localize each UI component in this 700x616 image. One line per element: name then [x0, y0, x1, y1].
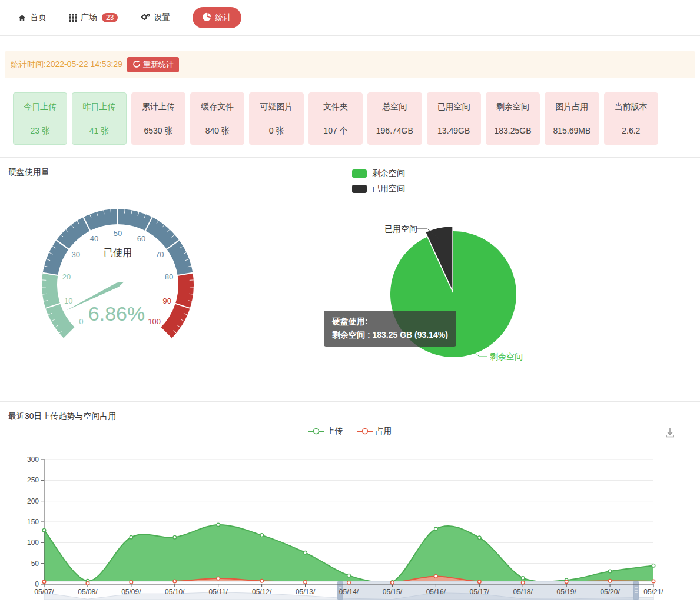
stat-card-value: 41 张 [72, 126, 125, 136]
refresh-icon [132, 60, 141, 70]
stat-card-value: 840 张 [191, 126, 244, 136]
x-axis-label: 05/07/ [34, 588, 54, 596]
stat-card-title: 今日上传 [14, 102, 67, 112]
stat-card-title: 文件夹 [309, 102, 362, 112]
trend-legend: 上传占用 [308, 426, 392, 437]
stat-card-title: 可疑图片 [250, 102, 303, 112]
stat-card-value: 196.74GB [368, 126, 421, 135]
stat-card: 可疑图片0 张 [249, 92, 303, 145]
pie-legend-item[interactable]: 剩余空间 [352, 168, 405, 179]
stat-card: 已用空间13.49GB [427, 92, 481, 145]
gauge-tick-label: 40 [90, 234, 98, 243]
gauge-tick-label: 80 [165, 272, 173, 281]
gauge-tick-label: 30 [72, 250, 80, 259]
y-axis-label: 0 [35, 580, 39, 588]
stat-card-value: 6530 张 [132, 126, 185, 136]
trend-section: 最近30日上传趋势与空间占用 上传占用 05010015020025030005… [0, 401, 700, 616]
stat-card-value: 0 张 [250, 126, 303, 136]
legend-label: 占用 [376, 426, 392, 437]
stat-card-divider [378, 119, 411, 119]
plaza-count-badge: 23 [102, 13, 118, 22]
y-axis-label: 250 [27, 476, 39, 484]
stat-card-title: 当前版本 [605, 102, 658, 112]
y-axis-label: 100 [27, 538, 39, 547]
pie-legend: 剩余空间已用空间 [352, 168, 405, 194]
stat-card: 总空间196.74GB [367, 92, 422, 145]
x-axis-label: 05/11/ [208, 588, 228, 596]
pie-tooltip: 硬盘使用: 剩余空间 : 183.25 GB (93.14%) [324, 311, 456, 347]
download-image-button[interactable] [663, 427, 676, 442]
pie-chart-icon [203, 12, 211, 23]
pie-label-used: 已用空间 [384, 224, 417, 234]
nav-item-stats-active[interactable]: 统计 [193, 7, 241, 28]
stat-card-title: 已用空间 [427, 102, 480, 112]
legend-label: 上传 [327, 426, 343, 437]
stat-card: 图片占用815.69MB [545, 92, 599, 145]
legend-swatch [352, 185, 367, 193]
legend-marker [308, 428, 324, 435]
top-navbar: 首页 广场 23 设置 统计 [0, 0, 700, 36]
stat-card-divider [260, 119, 293, 119]
stat-card-value: 2.6.2 [605, 126, 658, 135]
tooltip-value: 剩余空间 : 183.25 GB (93.14%) [332, 328, 448, 342]
legend-marker [357, 428, 373, 435]
pie-legend-item[interactable]: 已用空间 [352, 184, 405, 194]
disk-gauge-chart[interactable]: 0102030405060708090100已使用6.86% [32, 200, 209, 347]
x-axis-label: 05/19/ [556, 588, 576, 596]
gauge-tick-label: 20 [62, 272, 71, 281]
stat-card: 文件夹107 个 [308, 92, 363, 145]
stat-card-title: 剩余空间 [486, 102, 539, 112]
x-axis-label: 05/10/ [165, 588, 185, 596]
gauge-tick-label: 100 [148, 317, 161, 326]
download-icon [663, 431, 676, 441]
stat-card-value: 23 张 [14, 126, 67, 136]
x-axis-label: 05/20/ [600, 588, 620, 596]
disk-usage-section: 硬盘使用量 0102030405060708090100已使用6.86% 剩余空… [0, 157, 700, 401]
gauge-tick-label: 90 [162, 297, 171, 305]
x-axis-label: 05/18/ [513, 588, 533, 596]
stat-card-title: 累计上传 [132, 102, 185, 112]
stat-card-value: 107 个 [309, 126, 362, 136]
nav-item-home[interactable]: 首页 [18, 12, 47, 23]
grid-icon [69, 14, 77, 22]
stat-card-title: 缓存文件 [191, 102, 244, 112]
stat-card-divider [496, 119, 529, 119]
stat-card-value: 13.49GB [427, 126, 480, 135]
gauge-tick-label: 0 [79, 317, 83, 326]
x-axis-label: 05/15/ [383, 588, 403, 596]
x-axis-label: 05/14/ [339, 588, 359, 596]
x-axis-label: 05/21/ [643, 588, 663, 596]
stats-time-alert: 统计时间:2022-05-22 14:53:29 重新统计 [5, 51, 695, 78]
nav-item-plaza[interactable]: 广场 23 [69, 12, 118, 23]
y-axis-label: 300 [27, 455, 39, 464]
trend-legend-item[interactable]: 上传 [308, 426, 343, 437]
x-axis-label: 05/09/ [121, 588, 141, 596]
y-axis-label: 200 [27, 497, 39, 505]
trend-section-title: 最近30日上传趋势与空间占用 [8, 411, 117, 422]
x-axis-label: 05/16/ [426, 588, 446, 596]
gauge-tick-label: 70 [155, 250, 164, 259]
pie-label-free: 剩余空间 [490, 352, 523, 361]
gauge-value: 6.86% [88, 302, 145, 325]
gear-icon [140, 13, 150, 22]
gauge-title: 已使用 [104, 248, 132, 258]
gauge-tick-label: 60 [137, 234, 145, 243]
y-axis-label: 50 [31, 560, 39, 568]
tooltip-series-name: 硬盘使用: [332, 315, 448, 328]
stat-card: 累计上传6530 张 [131, 92, 185, 145]
x-axis-label: 05/13/ [296, 588, 316, 596]
y-axis-label: 150 [27, 518, 39, 526]
home-icon [18, 14, 26, 22]
stat-card-value: 183.25GB [486, 126, 539, 135]
stat-card: 当前版本2.6.2 [604, 92, 658, 145]
recount-button[interactable]: 重新统计 [127, 57, 179, 72]
trend-area-chart[interactable]: 05010015020025030005/07/05/08/05/09/05/1… [0, 455, 700, 616]
stat-card-divider [83, 119, 116, 119]
gauge-segment [161, 273, 194, 338]
stat-card: 今日上传23 张 [13, 92, 67, 145]
nav-item-settings[interactable]: 设置 [140, 12, 170, 23]
x-axis-label: 05/08/ [78, 588, 98, 596]
legend-swatch [352, 169, 367, 178]
stats-time-text: 统计时间:2022-05-22 14:53:29 [11, 59, 122, 70]
trend-legend-item[interactable]: 占用 [357, 426, 392, 437]
